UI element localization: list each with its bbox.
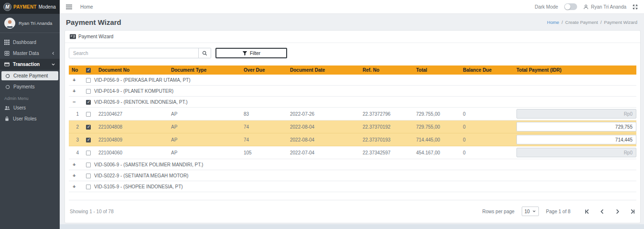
table-row: 2 221004808 AP 74 2022-08-04 22.37370192… bbox=[69, 120, 636, 133]
brand-name-light: Modena bbox=[39, 4, 56, 10]
group-cell: VID-S006-9 - (SAMSTEX POLIMER MANDIRI, P… bbox=[83, 159, 636, 170]
table-row: + VID-S022-9 - (SETIANITA MEGAH MOTOR) bbox=[69, 170, 636, 181]
group-checkbox[interactable] bbox=[86, 174, 91, 178]
column-select bbox=[83, 65, 96, 75]
search-input[interactable] bbox=[69, 48, 198, 58]
row-checkbox[interactable] bbox=[86, 151, 91, 155]
sidebar-item-dashboard[interactable]: Dashboard bbox=[0, 37, 60, 48]
row-checkbox[interactable] bbox=[86, 112, 91, 117]
group-cell: VID-P014-9 - (PLANET KOMPUTER) bbox=[83, 86, 636, 97]
pager-buttons bbox=[584, 209, 635, 214]
group-checkbox[interactable] bbox=[86, 185, 91, 189]
topbar-user-menu[interactable]: Ryan Tri Ananda bbox=[583, 4, 626, 10]
group-label: VID-S006-9 - (SAMSTEX POLIMER MANDIRI, P… bbox=[94, 162, 203, 167]
document-type-cell: AP bbox=[168, 108, 241, 120]
group-checkbox[interactable] bbox=[86, 78, 91, 83]
column-balance-due: Balance Due bbox=[460, 65, 514, 75]
sidebar-nav: Dashboard Master Data Transaction Create… bbox=[0, 33, 60, 124]
bottom-band bbox=[60, 224, 644, 229]
sidebar-item-label: Payments bbox=[13, 84, 34, 89]
grid-icon bbox=[4, 40, 10, 45]
payment-input[interactable] bbox=[516, 135, 636, 144]
over-due-cell: 74 bbox=[241, 133, 287, 146]
person-icon bbox=[583, 4, 589, 10]
filter-label: Filter bbox=[250, 51, 260, 56]
lock-icon bbox=[4, 116, 10, 121]
sidebar-item-label: Create Payment bbox=[13, 73, 48, 78]
search-icon bbox=[202, 51, 207, 56]
group-checkbox[interactable] bbox=[86, 89, 91, 94]
sidebar-item-user-roles[interactable]: User Roles bbox=[0, 113, 60, 124]
chevron-left-icon bbox=[600, 209, 605, 214]
search-button[interactable] bbox=[198, 48, 211, 58]
row-checkbox[interactable] bbox=[86, 138, 91, 142]
expand-toggle[interactable]: + bbox=[69, 181, 83, 192]
document-no-cell: 221004809 bbox=[96, 133, 168, 146]
sidebar-item-transaction[interactable]: Transaction bbox=[0, 59, 60, 70]
sidebar-item-payments[interactable]: Payments bbox=[0, 82, 60, 92]
over-due-cell: 105 bbox=[241, 146, 287, 159]
table-row: + VID-S006-9 - (SAMSTEX POLIMER MANDIRI,… bbox=[69, 159, 636, 170]
column-document-no: Document No bbox=[96, 65, 168, 75]
group-label: VID-S105-9 - (SHOPEE INDONESIA, PT) bbox=[94, 184, 183, 189]
rows-per-page-select[interactable]: 10 bbox=[522, 207, 539, 216]
wizard-card-icon bbox=[70, 34, 76, 39]
fullscreen-icon bbox=[633, 4, 638, 10]
topbar-user-name: Ryan Tri Ananda bbox=[591, 4, 626, 10]
sidebar-user-name: Ryan Tri Ananda bbox=[19, 21, 52, 26]
column-no: No bbox=[69, 65, 83, 75]
expand-toggle[interactable]: + bbox=[69, 170, 83, 181]
topbar-home-link[interactable]: Home bbox=[80, 4, 93, 10]
group-cell: VID-S105-9 - (SHOPEE INDONESIA, PT) bbox=[83, 181, 636, 192]
balance-due-cell: 0 bbox=[460, 120, 514, 133]
ref-no-cell: 22.37372796 bbox=[360, 108, 413, 120]
first-page-button[interactable] bbox=[584, 209, 590, 214]
main-area: Home Dark Mode Ryan Tri Ananda Payment W… bbox=[60, 0, 644, 229]
sidebar-item-create-payment[interactable]: Create Payment bbox=[1, 71, 58, 80]
sidebar-item-label: Dashboard bbox=[13, 40, 36, 45]
group-checkbox[interactable] bbox=[86, 100, 91, 105]
sidebar-user-panel[interactable]: Ryan Tri Ananda bbox=[0, 14, 60, 33]
expand-toggle[interactable]: + bbox=[69, 159, 83, 170]
next-page-button[interactable] bbox=[615, 209, 620, 214]
sidebar-item-master-data[interactable]: Master Data bbox=[0, 48, 60, 59]
document-date-cell: 2022-07-04 bbox=[287, 146, 360, 159]
group-cell: VID-P056-9 - (PERKASA PILAR UTAMA, PT) bbox=[83, 75, 636, 86]
row-checkbox[interactable] bbox=[86, 125, 91, 130]
select-all-checkbox[interactable] bbox=[86, 68, 91, 73]
checkbox-cell bbox=[83, 133, 96, 146]
breadcrumb-home-link[interactable]: Home bbox=[547, 20, 559, 25]
sidebar-item-users[interactable]: Users bbox=[0, 102, 60, 113]
fullscreen-button[interactable] bbox=[633, 4, 638, 10]
group-checkbox[interactable] bbox=[86, 163, 91, 167]
checkbox-cell bbox=[83, 108, 96, 120]
sidebar-toggle-button[interactable] bbox=[66, 4, 72, 10]
column-document-type: Document Type bbox=[168, 65, 241, 75]
document-no-cell: 221004060 bbox=[96, 146, 168, 159]
rows-per-page-label: Rows per page bbox=[483, 209, 515, 214]
dark-mode-toggle[interactable] bbox=[564, 3, 577, 10]
expand-toggle[interactable]: − bbox=[69, 97, 83, 108]
payment-input[interactable] bbox=[516, 122, 636, 131]
brand: M PAYMENT Modena bbox=[0, 0, 60, 14]
expand-toggle[interactable]: + bbox=[69, 86, 83, 97]
page-info: Page 1 of 8 bbox=[546, 209, 570, 214]
payment-input[interactable] bbox=[516, 109, 636, 119]
column-ref-no: Ref. No bbox=[360, 65, 413, 75]
card-body: Filter No Document No Document bbox=[65, 43, 640, 223]
last-page-button[interactable] bbox=[630, 209, 635, 214]
breadcrumb-item: Create Payment bbox=[565, 20, 598, 25]
document-no-cell: 221004627 bbox=[96, 108, 168, 120]
chevron-right-icon bbox=[615, 209, 620, 214]
filter-button[interactable]: Filter bbox=[215, 48, 287, 58]
column-total: Total bbox=[413, 65, 460, 75]
previous-page-button[interactable] bbox=[600, 209, 605, 214]
over-due-cell: 74 bbox=[241, 120, 287, 133]
expand-toggle[interactable]: + bbox=[69, 75, 83, 86]
dark-mode-label: Dark Mode bbox=[535, 4, 558, 10]
document-type-cell: AP bbox=[168, 120, 241, 133]
toolbar: Filter bbox=[69, 48, 636, 58]
payment-input[interactable] bbox=[516, 148, 636, 157]
total-cell: 729.755,00 bbox=[413, 108, 460, 120]
document-date-cell: 2022-08-04 bbox=[287, 120, 360, 133]
